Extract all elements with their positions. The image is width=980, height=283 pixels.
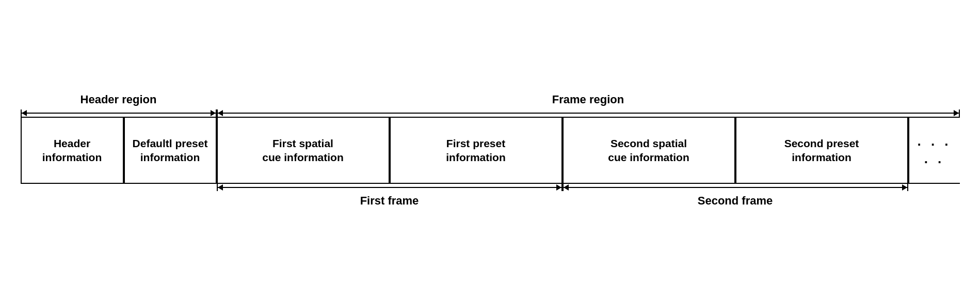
default-preset-info-cell: Defaultl preset information <box>124 118 217 183</box>
second-preset-info-cell: Second preset information <box>735 118 908 183</box>
bottom-spacer <box>21 184 217 208</box>
second-frame-arrow <box>563 184 908 191</box>
first-frame-bracket: First frame <box>217 184 563 208</box>
first-preset-info-cell: First preset information <box>390 118 563 183</box>
frame-region-label: Frame region <box>552 93 624 106</box>
header-region-label: Header region <box>81 93 157 106</box>
frame-region-arrow <box>217 109 960 117</box>
header-region-bracket: Header region <box>21 93 217 117</box>
header-arrow-line <box>22 113 216 114</box>
data-table: Header information Defaultl preset infor… <box>21 117 960 184</box>
header-info-cell: Header information <box>21 118 124 183</box>
bottom-brackets: First frame Second frame <box>21 184 960 208</box>
diagram: Header region Frame region Header inform… <box>21 75 960 208</box>
first-frame-arrow-line <box>218 187 561 188</box>
second-spatial-cue-info-cell: Second spatial cue information <box>563 118 735 183</box>
frame-region-bracket: Frame region <box>217 93 960 117</box>
header-region-arrow <box>21 109 217 117</box>
dots-cell: . . . . . <box>908 118 960 183</box>
first-frame-label: First frame <box>360 194 419 208</box>
first-spatial-cue-info-cell: First spatial cue information <box>217 118 390 183</box>
second-frame-arrow-line <box>564 187 907 188</box>
frame-right-tick <box>959 109 960 117</box>
second-frame-bracket: Second frame <box>563 184 908 208</box>
first-frame-arrow <box>217 184 563 191</box>
frame-arrow-line <box>218 113 959 114</box>
second-frame-label: Second frame <box>698 194 773 208</box>
top-brackets: Header region Frame region <box>21 75 960 117</box>
dots-spacer <box>908 184 960 208</box>
